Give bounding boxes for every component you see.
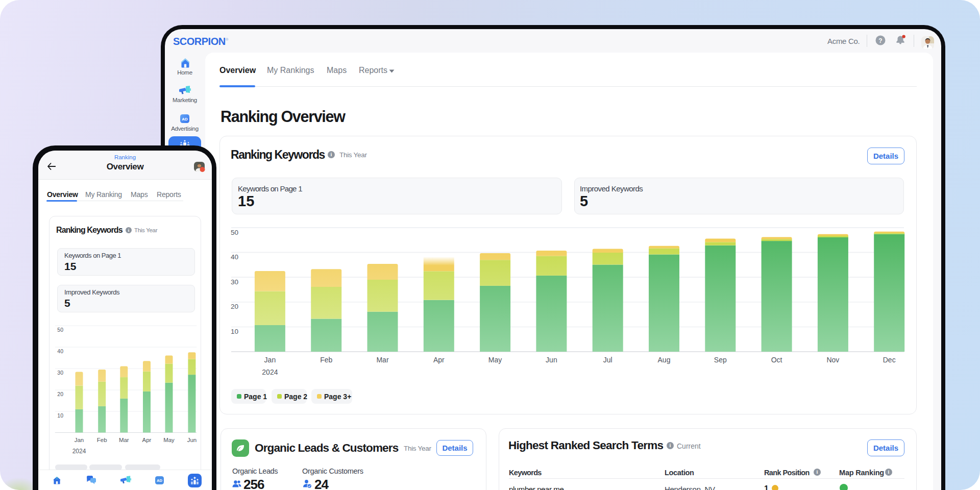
svg-text:Oct: Oct	[771, 356, 782, 364]
svg-text:Jan: Jan	[75, 437, 84, 443]
svg-text:AD: AD	[157, 478, 162, 483]
svg-text:Apr: Apr	[433, 356, 445, 364]
svg-text:Jun: Jun	[546, 356, 557, 364]
svg-text:May: May	[488, 356, 502, 364]
svg-text:Mar: Mar	[119, 437, 129, 443]
svg-text:40: 40	[231, 253, 238, 261]
svg-text:Feb: Feb	[97, 437, 107, 443]
svg-text:50: 50	[57, 327, 63, 333]
svg-text:Apr: Apr	[142, 437, 152, 443]
svg-text:20: 20	[57, 391, 63, 397]
svg-text:Mar: Mar	[376, 356, 388, 364]
svg-text:30: 30	[231, 278, 238, 286]
svg-text:10: 10	[231, 328, 238, 335]
svg-text:?: ?	[878, 37, 882, 44]
svg-text:Nov: Nov	[826, 356, 839, 364]
svg-text:2024: 2024	[262, 368, 278, 376]
svg-text:Sep: Sep	[714, 356, 727, 364]
svg-text:AD: AD	[182, 117, 188, 121]
svg-text:Jul: Jul	[603, 356, 612, 364]
svg-text:Feb: Feb	[320, 356, 332, 364]
svg-text:Dec: Dec	[883, 356, 896, 364]
svg-text:50: 50	[231, 229, 238, 236]
svg-text:40: 40	[57, 348, 63, 354]
svg-text:30: 30	[57, 370, 63, 376]
svg-text:2024: 2024	[72, 448, 86, 455]
svg-text:Aug: Aug	[658, 356, 671, 364]
svg-text:20: 20	[231, 303, 238, 310]
svg-text:May: May	[163, 437, 175, 443]
svg-text:Jan: Jan	[264, 356, 276, 364]
svg-text:10: 10	[57, 412, 63, 419]
svg-text:Jun: Jun	[187, 437, 197, 443]
